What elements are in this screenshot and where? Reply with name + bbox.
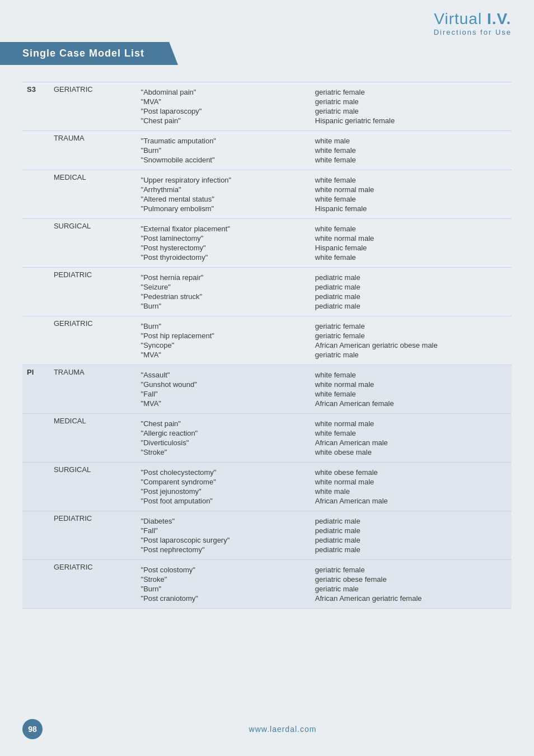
scenario-cell: "Post hernia repair""Seizure""Pedestrian…	[137, 268, 311, 316]
model-cell: geriatric femalegeriatric obese femalege…	[311, 560, 512, 609]
list-item: "Post hernia repair"	[141, 273, 306, 282]
scenario-cell: "Post cholecystectomy""Comparent syndrom…	[137, 463, 311, 511]
section-cell	[22, 219, 49, 268]
list-item: white normal male	[315, 419, 507, 428]
list-item: white female	[315, 194, 507, 204]
scenario-cell: "Chest pain""Allergic reaction""Divertic…	[137, 414, 311, 463]
list-item: "MVA"	[141, 350, 306, 360]
table-row: PITRAUMA"Assault""Gunshot wound""Fall""M…	[22, 365, 512, 414]
model-cell: pediatric malepediatric malepediatric ma…	[311, 511, 512, 560]
list-item: "Stroke"	[141, 447, 306, 457]
list-item: "Allergic reaction"	[141, 428, 306, 438]
table-row: TRAUMA"Traumatic amputation""Burn""Snowm…	[22, 131, 512, 170]
scenario-cell: "Post colostomy""Stroke""Burn""Post cran…	[137, 560, 311, 609]
section-cell	[22, 414, 49, 463]
list-item: "Abdominal pain"	[141, 87, 306, 97]
list-item: "Fall"	[141, 526, 306, 535]
section-cell: PI	[22, 365, 49, 414]
category-cell: TRAUMA	[49, 131, 137, 170]
table-row: S3GERIATRIC"Abdominal pain""MVA""Post la…	[22, 82, 512, 131]
model-cell: white femalewhite normal maleHispanic fe…	[311, 219, 512, 268]
list-item: pediatric male	[315, 292, 507, 301]
list-item: "Fall"	[141, 389, 306, 399]
section-title: Single Case Model List	[22, 48, 144, 59]
model-cell: white femalewhite normal malewhite femal…	[311, 170, 512, 219]
list-item: white female	[315, 155, 507, 165]
list-item: "Chest pain"	[141, 116, 306, 125]
list-item: geriatric male	[315, 350, 507, 360]
scenario-cell: "Assault""Gunshot wound""Fall""MVA"	[137, 365, 311, 414]
list-item: geriatric obese female	[315, 575, 507, 584]
scenario-cell: "External fixator placement""Post lamine…	[137, 219, 311, 268]
model-cell: white malewhite femalewhite female	[311, 131, 512, 170]
list-item: geriatric female	[315, 565, 507, 575]
list-item: "Assault"	[141, 370, 306, 380]
section-cell	[22, 316, 49, 365]
section-title-bar: Single Case Model List	[0, 42, 178, 65]
list-item: geriatric male	[315, 584, 507, 594]
model-cell: white normal malewhite femaleAfrican Ame…	[311, 414, 512, 463]
list-item: African American geriatric female	[315, 594, 507, 603]
list-item: pediatric male	[315, 273, 507, 282]
model-cell: geriatric femalegeriatric malegeriatric …	[311, 82, 512, 131]
table-row: SURGICAL"Post cholecystectomy""Comparent…	[22, 463, 512, 511]
logo-subtitle: Directions for Use	[434, 28, 512, 36]
list-item: white female	[315, 175, 507, 185]
list-item: geriatric female	[315, 331, 507, 340]
section-cell	[22, 511, 49, 560]
list-item: Hispanic female	[315, 204, 507, 213]
list-item: geriatric male	[315, 97, 507, 106]
section-cell	[22, 463, 49, 511]
list-item: white female	[315, 224, 507, 234]
list-item: "Chest pain"	[141, 419, 306, 428]
list-item: pediatric male	[315, 282, 507, 292]
table-row: SURGICAL"External fixator placement""Pos…	[22, 219, 512, 268]
list-item: "Gunshot wound"	[141, 380, 306, 389]
list-item: African American female	[315, 399, 507, 408]
list-item: "Traumatic amputation"	[141, 136, 306, 146]
table-row: PEDIATRIC"Post hernia repair""Seizure""P…	[22, 268, 512, 316]
section-cell	[22, 170, 49, 219]
footer-url: www.laerdal.com	[54, 725, 512, 734]
list-item: white female	[315, 428, 507, 438]
list-item: "Burn"	[141, 146, 306, 155]
list-item: white male	[315, 487, 507, 496]
section-cell	[22, 131, 49, 170]
scenario-cell: "Upper respiratory infection""Arrhythmia…	[137, 170, 311, 219]
list-item: geriatric female	[315, 321, 507, 331]
list-item: "Syncope"	[141, 340, 306, 350]
list-item: "Diabetes"	[141, 516, 306, 526]
page-header: Virtual I.V. Directions for Use	[0, 0, 534, 42]
category-cell: GERIATRIC	[49, 82, 137, 131]
list-item: "Post hip replacement"	[141, 331, 306, 340]
list-item: "Burn"	[141, 301, 306, 311]
scenario-cell: "Abdominal pain""MVA""Post laparoscopy""…	[137, 82, 311, 131]
table-row: GERIATRIC"Burn""Post hip replacement""Sy…	[22, 316, 512, 365]
category-cell: GERIATRIC	[49, 316, 137, 365]
category-cell: TRAUMA	[49, 365, 137, 414]
model-cell: white obese femalewhite normal malewhite…	[311, 463, 512, 511]
list-item: pediatric male	[315, 545, 507, 554]
list-item: "Pedestrian struck"	[141, 292, 306, 301]
page-footer: 98 www.laerdal.com	[0, 719, 534, 739]
logo-title-bold: I.V.	[487, 10, 511, 27]
scenario-cell: "Diabetes""Fall""Post laparoscopic surge…	[137, 511, 311, 560]
list-item: pediatric male	[315, 301, 507, 311]
list-item: "Pulmonary embolism"	[141, 204, 306, 213]
category-cell: GERIATRIC	[49, 560, 137, 609]
list-item: geriatric female	[315, 87, 507, 97]
section-cell	[22, 560, 49, 609]
case-table: S3GERIATRIC"Abdominal pain""MVA""Post la…	[22, 82, 512, 609]
logo-area: Virtual I.V. Directions for Use	[434, 10, 512, 36]
scenario-cell: "Traumatic amputation""Burn""Snowmobile …	[137, 131, 311, 170]
list-item: white female	[315, 370, 507, 380]
list-item: "MVA"	[141, 399, 306, 408]
list-item: "MVA"	[141, 97, 306, 106]
list-item: "Post laparoscopic surgery"	[141, 535, 306, 545]
list-item: white male	[315, 136, 507, 146]
list-item: African American male	[315, 496, 507, 506]
list-item: "Altered mental status"	[141, 194, 306, 204]
list-item: white normal male	[315, 380, 507, 389]
list-item: white obese male	[315, 447, 507, 457]
section-cell	[22, 268, 49, 316]
